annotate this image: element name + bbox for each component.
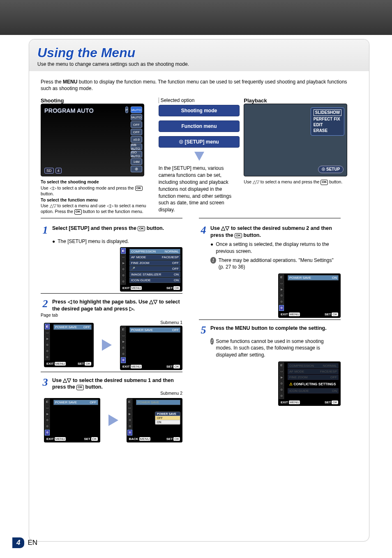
sel-shoot-heading: To select the shooting mode — [41, 179, 99, 184]
callout-shooting-mode: Shooting mode — [159, 105, 240, 116]
chip: fAUTO — [131, 114, 142, 120]
arrow-down-icon — [194, 152, 204, 161]
chip: ISO AUTO — [131, 151, 142, 157]
step-number: 3 — [41, 377, 50, 388]
callout-setup-menu: ⦾ [SETUP] menu — [159, 136, 240, 148]
chip: WB AUTO — [131, 144, 142, 150]
step-number: 1 — [41, 225, 50, 236]
step4-text: Use △▽ to select the desired submenu 2 a… — [210, 225, 341, 239]
top-bar — [0, 0, 392, 35]
step4-bullet: Once a setting is selected, the display … — [216, 241, 341, 254]
submenu-screen-a: ◧▭▶⚙⚙⚙ POWER SAVEOFF EXITMENUSETOK — [44, 398, 100, 442]
pb-item: PERFECT FIX — [314, 116, 342, 122]
shooting-label: Shooting — [41, 97, 154, 104]
pb-note: Use △▽ to select a menu and press the OK… — [244, 179, 357, 185]
page-subtitle: Use the menu to change camera settings s… — [37, 61, 361, 67]
step3-text: Use △▽ to select the desired submenu 1 a… — [52, 377, 182, 391]
arrow-right-icon — [108, 414, 118, 426]
result-screen: ◧▭▶⚙⚙⚙ POWER SAVEON EXITMENUSETOK — [278, 273, 341, 318]
pb-item: SLIDESHOW — [314, 109, 342, 116]
option-strip: iAUTO fAUTO OFF OFF ±0.0 WB AUTO ISO AUT… — [131, 107, 142, 172]
submenu2-label: Submenu 2 — [41, 391, 182, 396]
page-tab-label: Page tab — [41, 313, 182, 317]
selected-option-label: Selected option — [159, 97, 240, 103]
chip-iauto: iAUTO — [131, 107, 142, 113]
playback-menu: SLIDESHOW PERFECT FIX EDIT ERASE — [311, 107, 345, 136]
submenu-screen-b: ◧▭▶⚙⚙⚙ POWER SAVE POWER SAVE OFF ON BACK… — [127, 398, 183, 442]
note-icon: ! — [210, 257, 216, 264]
step5-note: Some functions cannot be used in some sh… — [216, 338, 341, 358]
step1-text: Select [SETUP] and then press the OK but… — [52, 225, 182, 232]
submenu1-label: Submenu 1 — [120, 320, 182, 325]
pb-item: ERASE — [314, 128, 342, 134]
page-lang: EN — [28, 539, 37, 547]
intro-b: button to display the function menu. The… — [41, 79, 347, 91]
playback-label: Playback — [244, 97, 357, 104]
pagetab-screen-a: ◧▭▶⚙⚙⚙ POWER SAVEOFF EXITMENUSETOK — [44, 323, 94, 367]
chip: 14M — [131, 158, 142, 165]
intro-a: Press the — [41, 79, 63, 85]
setup-menu-screen: ◧▭▶⚙⚙⚙ COMPRESSIONNORMAL AF MODEFACE/iES… — [120, 247, 182, 292]
arrow-right-icon — [102, 339, 112, 351]
step-number: 5 — [199, 325, 208, 336]
pb-item: EDIT — [314, 122, 342, 128]
submenu-popup: POWER SAVE OFF ON — [155, 412, 180, 425]
step-number: 2 — [41, 299, 50, 309]
shooting-screen: PROGRAM AUTO P iAUTO fAUTO OFF OFF ±0.0 … — [41, 104, 144, 176]
conflict-screen: ◧▭▶⚙⚙⚙ COMPRESSIONNORMAL AF MODEFACE/iES… — [278, 361, 341, 406]
intro-text: Press the MENU button to display the fun… — [41, 79, 357, 92]
p-chip: P — [125, 107, 128, 113]
setup-button: ⦾ SETUP — [318, 166, 344, 173]
note-icon: ! — [210, 338, 214, 345]
page-title: Using the Menu — [37, 45, 361, 60]
step2-text: Press ◁ to highlight the page tabs. Use … — [52, 299, 182, 313]
menu-word: MENU — [63, 79, 77, 85]
page-footer: 4 EN — [12, 537, 37, 548]
callout-function-menu: Function menu — [159, 120, 240, 132]
setup-description: In the [SETUP] menu, various camera func… — [159, 165, 240, 213]
sd-icon: SD — [44, 168, 54, 174]
chip: OFF — [131, 129, 142, 135]
chip: ±0.0 — [131, 136, 142, 143]
count: 4 — [55, 168, 62, 174]
sel-func-heading: To select the function menu — [41, 197, 98, 202]
playback-screen: SLIDESHOW PERFECT FIX EDIT ERASE ⦾ SETUP — [244, 104, 347, 176]
step5-text: Press the MENU button to complete the se… — [210, 325, 341, 332]
setup-chip: ⦿ — [131, 166, 142, 172]
sel-func-text: Use △▽ to select a menu and use ◁▷ to se… — [41, 203, 146, 214]
chip: OFF — [131, 121, 142, 128]
step1-bullet: The [SETUP] menu is displayed. — [58, 238, 129, 245]
sel-shoot-text: Use ◁▷ to select a shooting mode and pre… — [41, 185, 143, 197]
step-number: 4 — [199, 225, 208, 236]
content-card: Using the Menu Use the menu to change ca… — [29, 39, 369, 542]
mode-text: PROGRAM AUTO — [44, 107, 94, 114]
step4-note: There may be additional operations. "Men… — [219, 257, 341, 270]
page-number: 4 — [12, 537, 24, 548]
pagetab-screen-b: ◧▭▶⚙⚙⚙ POWER SAVEOFF EXITMENUSETOK — [120, 326, 182, 370]
